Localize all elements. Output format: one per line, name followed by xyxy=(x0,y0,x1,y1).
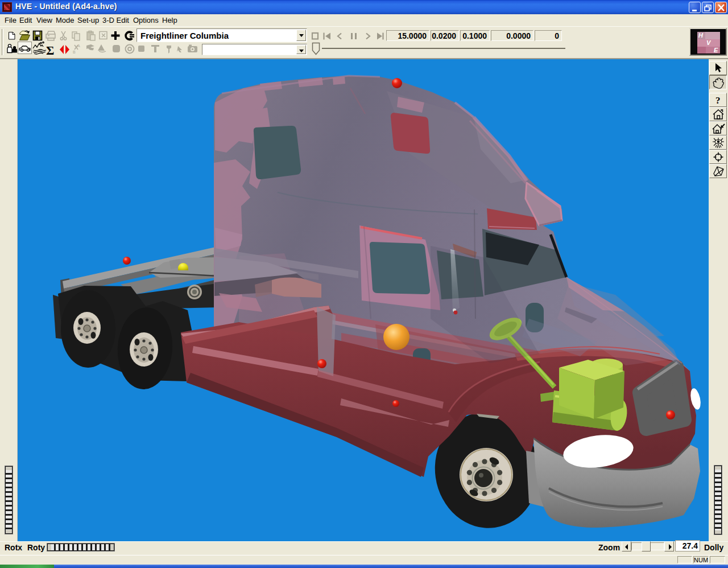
svg-text:A: A xyxy=(77,44,80,48)
svg-text:E: E xyxy=(714,47,718,53)
svg-text:?: ? xyxy=(715,95,721,106)
svg-text:Σ: Σ xyxy=(46,43,54,57)
svg-text:B: B xyxy=(73,50,76,54)
svg-text:H: H xyxy=(698,32,704,39)
